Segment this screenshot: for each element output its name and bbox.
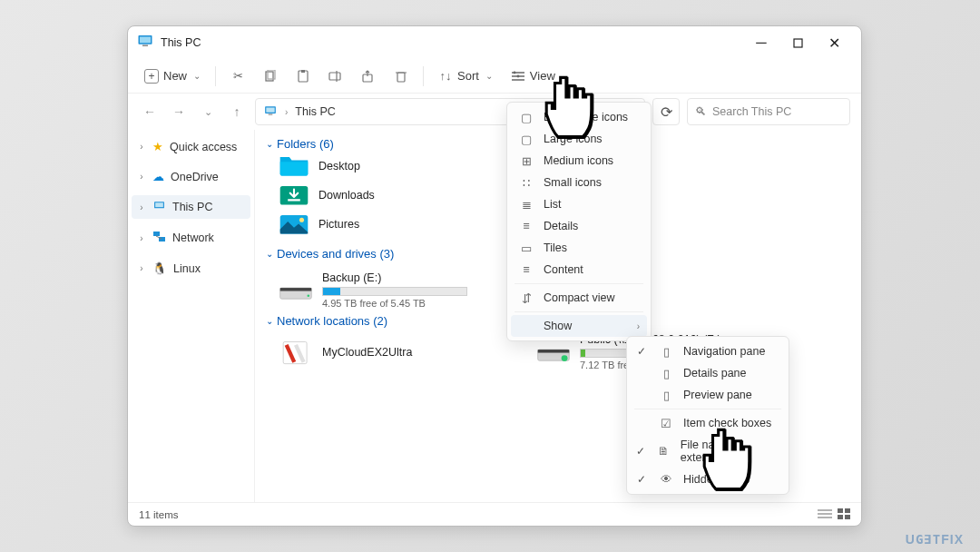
nav-row: ← → ⌄ ↑ › This PC ⟳ 🔍︎ Search This PC: [128, 94, 861, 130]
svg-rect-35: [538, 350, 570, 352]
show-hidden[interactable]: ✓👁Hidden items: [631, 468, 785, 490]
svg-rect-2: [142, 45, 148, 47]
pc-icon: [137, 33, 153, 53]
share-icon: [361, 69, 376, 84]
view-tiles[interactable]: ▭Tiles: [511, 237, 647, 259]
show-details-pane[interactable]: ▯Details pane: [631, 362, 785, 384]
tiles-icon: ▭: [518, 242, 534, 254]
breadcrumb[interactable]: This PC: [295, 105, 335, 118]
view-details[interactable]: ≡Details: [511, 215, 647, 237]
new-label: New: [163, 69, 187, 83]
search-placeholder: Search This PC: [712, 105, 791, 118]
netloc-mycloud[interactable]: MyCloudEX2Ultra: [279, 333, 487, 370]
view-small[interactable]: ∷Small icons: [511, 172, 647, 193]
svg-point-17: [516, 74, 519, 77]
svg-rect-20: [269, 113, 273, 114]
svg-rect-22: [155, 202, 163, 207]
svg-rect-41: [845, 508, 850, 513]
thumbnails-view-icon[interactable]: [838, 508, 850, 521]
view-label: View: [530, 69, 555, 83]
minimize-button[interactable]: ─: [743, 29, 779, 56]
delete-button[interactable]: [387, 65, 416, 87]
sort-button[interactable]: ↑↓ Sort ⌄: [431, 65, 500, 87]
svg-rect-43: [845, 515, 850, 519]
drive-backup[interactable]: Backup (E:) 4.95 TB free of 5.45 TB: [279, 271, 487, 309]
pane-icon: ▯: [658, 367, 674, 380]
pictures-icon: [279, 211, 309, 238]
sidebar-item-onedrive[interactable]: ›☁OneDrive: [132, 165, 250, 188]
forward-button[interactable]: →: [168, 99, 190, 124]
maximize-button[interactable]: [779, 29, 816, 56]
details-icon: ≡: [518, 220, 534, 232]
pc-icon: [152, 200, 166, 214]
rename-button[interactable]: [321, 65, 350, 87]
sidebar-item-linux[interactable]: ›🐧Linux: [132, 257, 250, 280]
show-submenu: ✓▯Navigation pane ▯Details pane ▯Preview…: [626, 336, 789, 495]
toolbar: + New ⌄ ✂ ↑↓ Sort ⌄ View ⌄: [128, 59, 861, 94]
show-preview-pane[interactable]: ▯Preview pane: [631, 384, 785, 406]
sidebar-item-quick-access[interactable]: ›★Quick access: [132, 135, 250, 158]
share-button[interactable]: [354, 65, 383, 87]
svg-rect-23: [153, 232, 160, 236]
details-view-icon[interactable]: [818, 508, 832, 521]
view-content[interactable]: ≡Content: [511, 259, 647, 281]
svg-point-32: [308, 294, 310, 297]
network-icon: [152, 231, 166, 245]
content-icon: ≡: [518, 263, 534, 276]
grid-icon: ∷: [518, 176, 534, 189]
show-extensions[interactable]: ✓🗎File name extensions: [631, 434, 785, 468]
chevron-down-icon: ⌄: [193, 71, 201, 81]
chevron-right-icon: ›: [637, 321, 640, 331]
svg-rect-1: [140, 37, 151, 44]
show-navigation-pane[interactable]: ✓▯Navigation pane: [631, 340, 785, 362]
grid-icon: ▢: [518, 111, 534, 123]
svg-rect-11: [397, 73, 405, 82]
view-button[interactable]: View ⌄: [504, 65, 576, 87]
downloads-icon: [279, 182, 309, 209]
svg-rect-40: [838, 508, 843, 513]
grid-icon: ⊞: [518, 154, 534, 167]
status-bar: 11 items: [128, 502, 861, 526]
view-list[interactable]: ≣List: [511, 193, 647, 215]
trash-icon: [394, 69, 408, 84]
check-icon: ✓: [634, 473, 649, 486]
check-icon: ✓: [634, 345, 649, 358]
cut-button[interactable]: ✂: [223, 65, 252, 87]
check-icon: ✓: [634, 445, 648, 458]
sort-icon: ↑↓: [438, 69, 453, 84]
copy-button[interactable]: [256, 65, 285, 87]
up-button[interactable]: ↑: [226, 99, 248, 124]
svg-point-36: [562, 355, 568, 361]
view-menu: ▢Extra large icons ▢Large icons ⊞Medium …: [506, 102, 652, 341]
search-input[interactable]: 🔍︎ Search This PC: [687, 98, 850, 125]
sidebar-item-network[interactable]: ›Network: [132, 226, 250, 250]
show-checkboxes[interactable]: ☑Item check boxes: [631, 412, 785, 434]
paste-icon: [296, 69, 310, 84]
recent-button[interactable]: ⌄: [197, 99, 219, 124]
view-show[interactable]: Show›: [511, 315, 647, 337]
view-medium[interactable]: ⊞Medium icons: [511, 150, 647, 172]
watermark: UG∃TFIX: [906, 532, 964, 547]
view-extra-large[interactable]: ▢Extra large icons: [511, 106, 647, 128]
svg-rect-31: [280, 288, 312, 291]
view-large[interactable]: ▢Large icons: [511, 128, 647, 150]
linux-icon: 🐧: [152, 261, 167, 275]
sort-label: Sort: [457, 69, 479, 83]
svg-rect-8: [329, 73, 340, 80]
close-button[interactable]: ✕: [816, 29, 852, 56]
grid-icon: ▢: [518, 133, 534, 145]
window-title: This PC: [161, 36, 201, 49]
plus-icon: +: [144, 69, 159, 84]
view-compact[interactable]: ⇵Compact view: [511, 287, 647, 309]
sidebar-item-this-pc[interactable]: ›This PC: [132, 195, 250, 219]
cloud-icon: ☁: [152, 170, 164, 183]
paste-button[interactable]: [289, 65, 318, 87]
svg-rect-3: [794, 39, 802, 47]
folder-icon: [279, 153, 309, 180]
back-button[interactable]: ←: [139, 99, 161, 124]
new-button[interactable]: + New ⌄: [137, 65, 208, 87]
rename-icon: [328, 69, 343, 84]
svg-rect-42: [838, 515, 843, 519]
refresh-button[interactable]: ⟳: [652, 98, 680, 125]
nas-icon: [279, 339, 313, 366]
